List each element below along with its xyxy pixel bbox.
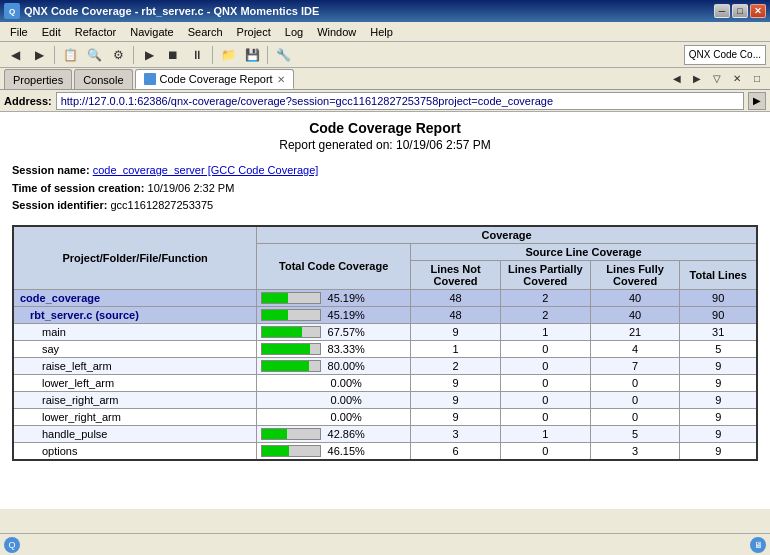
- cell-num-0: 9: [411, 391, 501, 408]
- status-icon-left: Q: [4, 537, 20, 553]
- cell-num-3: 9: [680, 408, 757, 425]
- report-title: Code Coverage Report: [12, 120, 758, 136]
- cell-num-1: 0: [500, 442, 590, 460]
- menu-edit[interactable]: Edit: [36, 24, 67, 40]
- toolbar-right: QNX Code Co...: [684, 45, 766, 65]
- cell-bar: 83.33%: [257, 340, 411, 357]
- main-content: Code Coverage Report Report generated on…: [0, 112, 770, 509]
- tab-console-label: Console: [83, 74, 123, 86]
- menu-window[interactable]: Window: [311, 24, 362, 40]
- qnx-label: QNX Code Co...: [684, 45, 766, 65]
- cell-num-2: 0: [590, 391, 680, 408]
- toolbar-btn5[interactable]: ⏹: [162, 44, 184, 66]
- cell-num-1: 0: [500, 391, 590, 408]
- session-id-value: gcc11612827253375: [110, 199, 213, 211]
- toolbar-btn8[interactable]: 💾: [241, 44, 263, 66]
- cell-pct: 45.19%: [325, 292, 367, 304]
- menu-file[interactable]: File: [4, 24, 34, 40]
- cell-num-2: 0: [590, 408, 680, 425]
- cell-num-3: 9: [680, 357, 757, 374]
- session-id-label: Session identifier:: [12, 199, 107, 211]
- table-row: code_coverage45.19%4824090: [13, 289, 757, 306]
- close-button[interactable]: ✕: [750, 4, 766, 18]
- title-bar-controls[interactable]: ─ □ ✕: [714, 4, 766, 18]
- cell-num-1: 1: [500, 323, 590, 340]
- toolbar-btn4[interactable]: ▶: [138, 44, 160, 66]
- toolbar-btn3[interactable]: ⚙: [107, 44, 129, 66]
- cell-num-1: 0: [500, 374, 590, 391]
- cell-num-2: 5: [590, 425, 680, 442]
- tab-close-icon[interactable]: ✕: [277, 74, 285, 85]
- cell-num-0: 1: [411, 340, 501, 357]
- cell-num-0: 9: [411, 374, 501, 391]
- table-row: lower_right_arm0.00%9009: [13, 408, 757, 425]
- toolbar-sep-2: [133, 46, 134, 64]
- menu-search[interactable]: Search: [182, 24, 229, 40]
- cell-num-2: 21: [590, 323, 680, 340]
- cell-name: raise_left_arm: [13, 357, 257, 374]
- menu-navigate[interactable]: Navigate: [124, 24, 179, 40]
- minimize-button[interactable]: ─: [714, 4, 730, 18]
- status-icon-right: 🖥: [750, 537, 766, 553]
- cell-bar: 45.19%: [257, 306, 411, 323]
- toolbar-btn6[interactable]: ⏸: [186, 44, 208, 66]
- cell-name: say: [13, 340, 257, 357]
- table-row: raise_left_arm80.00%2079: [13, 357, 757, 374]
- nav-max-icon[interactable]: □: [748, 69, 766, 87]
- menu-refactor[interactable]: Refactor: [69, 24, 123, 40]
- address-bar: Address: ▶: [0, 90, 770, 112]
- cell-num-2: 4: [590, 340, 680, 357]
- cell-num-1: 2: [500, 289, 590, 306]
- nav-back-icon[interactable]: ◀: [668, 69, 686, 87]
- tab-code-coverage[interactable]: Code Coverage Report ✕: [135, 69, 294, 89]
- cell-num-3: 5: [680, 340, 757, 357]
- cell-num-0: 48: [411, 306, 501, 323]
- th-total-lines: Total Lines: [680, 260, 757, 289]
- title-text: QNX Code Coverage - rbt_server.c - QNX M…: [24, 5, 319, 17]
- address-input[interactable]: [56, 92, 744, 110]
- cell-num-0: 9: [411, 323, 501, 340]
- th-total-code: Total Code Coverage: [257, 243, 411, 289]
- menu-project[interactable]: Project: [231, 24, 277, 40]
- cell-pct: 67.57%: [325, 326, 367, 338]
- th-source-line-group: Source Line Coverage: [411, 243, 757, 260]
- cell-num-1: 2: [500, 306, 590, 323]
- cell-bar: 0.00%: [257, 374, 411, 391]
- cell-num-3: 90: [680, 306, 757, 323]
- session-name-link[interactable]: code_coverage_server [GCC Code Coverage]: [93, 164, 319, 176]
- cell-num-1: 0: [500, 357, 590, 374]
- status-left: Q: [4, 537, 20, 553]
- cell-num-2: 3: [590, 442, 680, 460]
- th-fully-covered: Lines Fully Covered: [590, 260, 680, 289]
- nav-forward-icon[interactable]: ▶: [688, 69, 706, 87]
- cell-num-0: 9: [411, 408, 501, 425]
- toolbar-btn2[interactable]: 🔍: [83, 44, 105, 66]
- cell-num-3: 9: [680, 442, 757, 460]
- nav-menu-icon[interactable]: ▽: [708, 69, 726, 87]
- toolbar-btn1[interactable]: 📋: [59, 44, 81, 66]
- menu-log[interactable]: Log: [279, 24, 309, 40]
- cell-pct: 0.00%: [325, 411, 367, 423]
- cell-num-1: 0: [500, 340, 590, 357]
- th-coverage-group: Coverage: [257, 226, 757, 244]
- toolbar-back[interactable]: ◀: [4, 44, 26, 66]
- menu-help[interactable]: Help: [364, 24, 399, 40]
- cell-pct: 42.86%: [325, 428, 367, 440]
- tab-coverage-label: Code Coverage Report: [160, 73, 273, 85]
- tab-console[interactable]: Console: [74, 69, 132, 89]
- coverage-table: Project/Folder/File/Function Coverage To…: [12, 225, 758, 461]
- toolbar-btn9[interactable]: 🔧: [272, 44, 294, 66]
- toolbar-btn7[interactable]: 📁: [217, 44, 239, 66]
- app-icon: Q: [4, 3, 20, 19]
- cell-num-3: 9: [680, 391, 757, 408]
- maximize-button[interactable]: □: [732, 4, 748, 18]
- address-go-button[interactable]: ▶: [748, 92, 766, 110]
- cell-num-3: 9: [680, 374, 757, 391]
- tab-coverage-icon: [144, 73, 156, 85]
- cell-num-2: 7: [590, 357, 680, 374]
- toolbar-forward[interactable]: ▶: [28, 44, 50, 66]
- cell-name: lower_left_arm: [13, 374, 257, 391]
- tab-properties[interactable]: Properties: [4, 69, 72, 89]
- nav-close-icon[interactable]: ✕: [728, 69, 746, 87]
- table-row: say83.33%1045: [13, 340, 757, 357]
